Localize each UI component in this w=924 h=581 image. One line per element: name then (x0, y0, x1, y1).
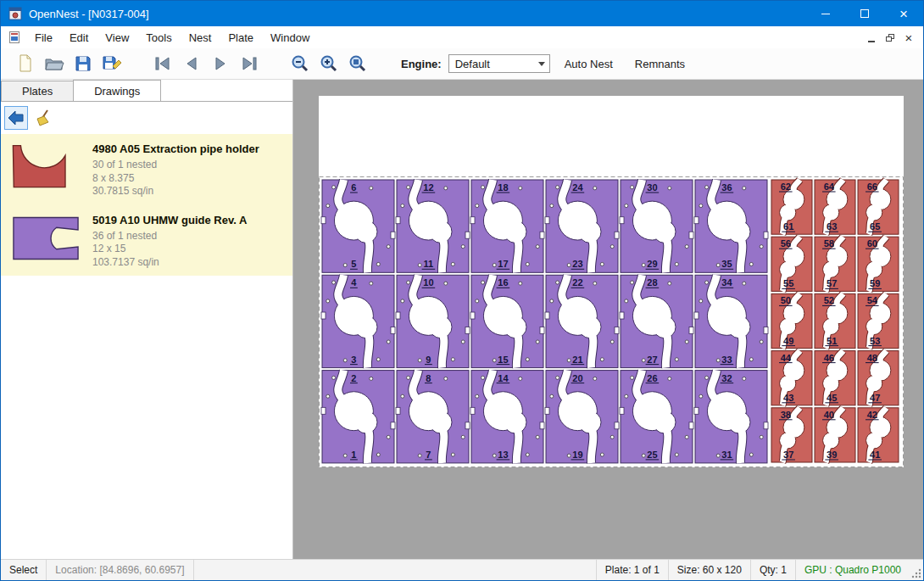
svg-text:1: 1 (351, 450, 356, 460)
nest-cell-red-42-41[interactable]: 4241 (858, 408, 899, 462)
nest-cell-purple-20-19[interactable]: 2019 (545, 371, 619, 463)
remnants-button[interactable]: Remnants (627, 53, 693, 75)
nest-cell-red-44-43[interactable]: 4443 (771, 351, 812, 405)
nav-first-button[interactable] (148, 51, 177, 76)
nest-cell-purple-10-9[interactable]: 109 (396, 275, 470, 367)
close-button[interactable]: × (884, 1, 923, 26)
open-button[interactable] (40, 51, 69, 76)
title-bar: OpenNest - [N0317-004] × (1, 1, 923, 26)
menu-bar: FileEditViewToolsNestPlateWindow × (1, 26, 923, 48)
auto-nest-button[interactable]: Auto Nest (557, 53, 621, 75)
nest-cell-purple-6-5[interactable]: 65 (321, 180, 395, 272)
nest-cell-red-54-53[interactable]: 5453 (858, 293, 899, 348)
nest-canvas[interactable]: 6512111817242330293635431091615222128273… (293, 80, 923, 559)
menu-window[interactable]: Window (262, 28, 318, 47)
nest-cell-red-50-49[interactable]: 5049 (771, 293, 812, 348)
import-button[interactable] (4, 106, 28, 130)
part-shape-icon (8, 142, 74, 192)
svg-text:14: 14 (498, 373, 509, 383)
open-folder-icon (44, 54, 64, 73)
sidebar-tabs: PlatesDrawings (1, 80, 292, 101)
zoom-in-button[interactable] (314, 51, 343, 76)
mdi-restore-button[interactable] (881, 30, 899, 45)
zoom-out-button[interactable] (286, 51, 314, 76)
nest-cell-red-40-39[interactable]: 4039 (815, 408, 855, 462)
zoom-fit-button[interactable] (343, 51, 372, 76)
tab-plates[interactable]: Plates (1, 81, 74, 101)
svg-text:32: 32 (721, 373, 732, 383)
svg-text:59: 59 (870, 278, 880, 288)
resize-grip[interactable] (910, 560, 923, 580)
nest-cell-red-48-47[interactable]: 4847 (858, 351, 899, 405)
nav-first-icon (153, 55, 172, 72)
clear-button[interactable] (31, 106, 55, 130)
drawing-item[interactable]: 4980 A05 Extraction pipe holder30 of 1 n… (1, 134, 292, 205)
menu-nest[interactable]: Nest (181, 28, 220, 47)
nav-next-button[interactable] (206, 51, 235, 76)
nest-cell-red-38-37[interactable]: 3837 (771, 408, 812, 462)
nest-cell-purple-24-23[interactable]: 2423 (545, 180, 619, 272)
resize-grip-icon (911, 568, 921, 578)
nest-cell-purple-22-21[interactable]: 2221 (545, 275, 619, 367)
nest-cell-purple-16-15[interactable]: 1615 (470, 275, 544, 367)
nest-cell-purple-8-7[interactable]: 87 (396, 371, 470, 463)
maximize-icon (860, 9, 869, 18)
nest-cell-red-60-59[interactable]: 6059 (858, 237, 899, 291)
status-mode: Select (1, 560, 47, 580)
nest-cell-purple-36-35[interactable]: 3635 (694, 180, 768, 272)
nest-cell-red-64-63[interactable]: 6463 (815, 180, 855, 234)
drawing-thumbnail (8, 142, 92, 198)
drawing-area: 103.7137 sq/in (92, 256, 247, 270)
nest-cell-red-46-45[interactable]: 4645 (815, 351, 855, 405)
nest-cell-purple-14-13[interactable]: 1413 (470, 371, 544, 463)
new-button[interactable] (11, 51, 40, 76)
menu-view[interactable]: View (97, 28, 137, 47)
nest-cell-purple-32-31[interactable]: 3231 (694, 371, 768, 463)
nest-cell-purple-28-27[interactable]: 2827 (620, 275, 693, 367)
save-as-button[interactable] (97, 51, 126, 76)
nest-cell-red-62-61[interactable]: 6261 (771, 180, 812, 234)
nest-cell-red-58-57[interactable]: 5857 (815, 237, 855, 291)
tab-drawings[interactable]: Drawings (73, 80, 161, 101)
nest-cell-red-52-51[interactable]: 5251 (815, 293, 855, 348)
nest-cell-purple-34-33[interactable]: 3433 (694, 275, 768, 367)
nav-prev-button[interactable] (177, 51, 206, 76)
drawing-size: 12 x 15 (92, 243, 247, 256)
nest-cell-purple-30-29[interactable]: 3029 (620, 180, 693, 272)
drawing-size: 8 x 8.375 (92, 172, 259, 186)
mdi-close-button[interactable]: × (899, 30, 918, 45)
nav-next-icon (211, 55, 230, 72)
nest-cell-purple-18-17[interactable]: 1817 (470, 180, 544, 272)
nest-cell-purple-26-25[interactable]: 2625 (620, 371, 693, 463)
drawing-item[interactable]: 5019 A10 UHMW guide Rev. A36 of 1 nested… (1, 205, 292, 277)
svg-text:12: 12 (423, 182, 433, 193)
save-button[interactable] (69, 51, 97, 76)
nav-last-button[interactable] (235, 51, 264, 76)
mdi-minimize-icon (868, 41, 875, 42)
drawing-title: 4980 A05 Extraction pipe holder (92, 142, 259, 155)
nest-cell-purple-2-1[interactable]: 21 (321, 371, 395, 463)
nest-cell-red-56-55[interactable]: 5655 (771, 237, 812, 291)
maximize-button[interactable] (845, 1, 884, 26)
minimize-button[interactable] (806, 1, 845, 26)
nest-cell-purple-4-3[interactable]: 43 (321, 275, 395, 367)
mdi-minimize-button[interactable] (862, 30, 881, 45)
broom-icon (34, 109, 53, 127)
svg-text:16: 16 (498, 277, 508, 288)
svg-text:48: 48 (867, 353, 877, 363)
engine-select[interactable]: Default (448, 54, 550, 73)
document-icon (8, 31, 21, 44)
svg-text:20: 20 (572, 373, 582, 383)
nest-cell-purple-12-11[interactable]: 1211 (396, 180, 470, 272)
drawings-panel: 4980 A05 Extraction pipe holder30 of 1 n… (1, 101, 292, 559)
menu-edit[interactable]: Edit (61, 28, 97, 47)
svg-text:44: 44 (781, 353, 792, 363)
svg-text:24: 24 (572, 182, 583, 193)
svg-text:25: 25 (647, 450, 657, 460)
menu-tools[interactable]: Tools (137, 28, 180, 47)
svg-text:58: 58 (824, 238, 834, 249)
svg-text:29: 29 (647, 259, 657, 269)
menu-plate[interactable]: Plate (220, 28, 262, 47)
nest-cell-red-66-65[interactable]: 6665 (858, 180, 899, 234)
menu-file[interactable]: File (26, 28, 61, 47)
